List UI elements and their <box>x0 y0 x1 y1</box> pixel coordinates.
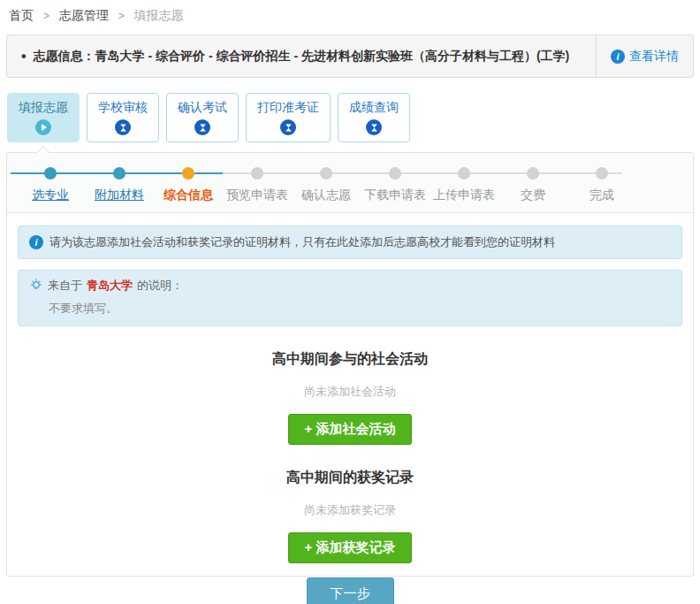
step-dot-current <box>182 167 194 180</box>
step-dot-todo <box>527 167 539 180</box>
hourglass-circle-icon <box>366 119 382 135</box>
application-info-text: • 志愿信息： 青岛大学 - 综合评价 - 综合评价招生 - 先进材料创新实验班… <box>7 35 596 77</box>
tab-label: 打印准考证 <box>257 100 319 114</box>
breadcrumb-current-page: 填报志愿 <box>134 8 184 22</box>
section-title: 高中期间的获奖记录 <box>7 469 693 487</box>
step-dot-todo <box>596 167 608 180</box>
stage-tabs: 填报志愿 学校审核 确认考试 打印准考证 成绩查询 <box>7 93 700 142</box>
step-upload-form: 上传申请表 <box>430 167 498 203</box>
step-dot-done <box>113 167 126 180</box>
application-info-value: 青岛大学 - 综合评价 - 综合评价招生 - 先进材料创新实验班（高分子材料与工… <box>95 49 570 65</box>
empty-state-text: 尚未添加社会活动 <box>7 384 693 400</box>
hourglass-circle-icon <box>194 119 210 135</box>
note-school-name: 青岛大学 <box>87 278 133 294</box>
empty-state-text: 尚未添加获奖记录 <box>7 502 693 518</box>
tab-label: 学校审核 <box>98 100 148 114</box>
progress-stepper: 选专业 附加材料 综合信息 预览申请表 确认志愿 下载申请表 <box>7 153 693 213</box>
tab-confirm-exam[interactable]: 确认考试 <box>166 93 239 142</box>
view-details-label: 查看详情 <box>629 49 679 65</box>
section-title: 高中期间参与的社会活动 <box>7 350 693 369</box>
step-dot-todo <box>251 167 263 180</box>
tab-score-query[interactable]: 成绩查询 <box>338 93 410 142</box>
next-step-button[interactable]: 下一步 <box>307 577 394 604</box>
step-comprehensive-info: 综合信息 <box>154 167 223 203</box>
step-confirm-application: 确认志愿 <box>292 167 361 203</box>
breadcrumb-volunteer-management[interactable]: 志愿管理 <box>59 8 109 22</box>
step-preview-form: 预览申请表 <box>223 167 292 203</box>
hourglass-circle-icon <box>115 119 131 135</box>
step-finish: 完成 <box>567 167 636 203</box>
bullet-icon: • <box>21 49 27 65</box>
hourglass-circle-icon <box>280 119 296 135</box>
step-additional-materials[interactable]: 附加材料 <box>85 167 154 203</box>
step-dot-todo <box>320 167 332 180</box>
info-circle-icon: i <box>29 235 43 249</box>
step-payment: 交费 <box>498 167 567 203</box>
notice-banner: i 请为该志愿添加社会活动和获奖记录的证明材料，只有在此处添加后志愿高校才能看到… <box>18 226 682 259</box>
notice-text: 请为该志愿添加社会活动和获奖记录的证明材料，只有在此处添加后志愿高校才能看到您的… <box>49 234 555 250</box>
tab-print-admission-ticket[interactable]: 打印准考证 <box>246 93 331 142</box>
tab-school-review[interactable]: 学校审核 <box>87 93 159 142</box>
step-select-major[interactable]: 选专业 <box>16 167 85 203</box>
tab-label: 填报志愿 <box>19 100 68 114</box>
breadcrumb-separator: > <box>118 10 125 22</box>
school-note-box: 来自于 青岛大学 的说明： 不要求填写。 <box>18 270 682 326</box>
tab-fill-application[interactable]: 填报志愿 <box>7 93 80 142</box>
add-award-record-button[interactable]: + 添加获奖记录 <box>288 532 413 563</box>
step-dot-todo <box>458 167 470 180</box>
step-download-form: 下载申请表 <box>361 167 430 203</box>
awards-section: 高中期间的获奖记录 尚未添加获奖记录 + 添加获奖记录 <box>7 469 693 563</box>
note-suffix: 的说明： <box>137 278 183 294</box>
step-dot-todo <box>389 167 401 180</box>
breadcrumb-separator: > <box>43 10 49 22</box>
tab-label: 成绩查询 <box>349 100 399 114</box>
main-panel: 选专业 附加材料 综合信息 预览申请表 确认志愿 下载申请表 <box>6 152 694 577</box>
breadcrumb-home[interactable]: 首页 <box>9 8 34 22</box>
info-circle-icon: i <box>611 50 625 64</box>
application-info-label: 志愿信息： <box>34 49 95 65</box>
tab-label: 确认考试 <box>178 100 227 114</box>
breadcrumb: 首页 > 志愿管理 > 填报志愿 <box>0 0 700 24</box>
step-dot-done <box>44 167 57 180</box>
social-activities-section: 高中期间参与的社会活动 尚未添加社会活动 + 添加社会活动 <box>7 350 693 445</box>
note-body: 不要求填写。 <box>49 301 671 317</box>
view-details-button[interactable]: i 查看详情 <box>596 35 693 77</box>
application-info-bar: • 志愿信息： 青岛大学 - 综合评价 - 综合评价招生 - 先进材料创新实验班… <box>6 34 694 78</box>
add-social-activity-button[interactable]: + 添加社会活动 <box>288 414 413 445</box>
note-prefix: 来自于 <box>48 278 82 294</box>
play-circle-icon <box>35 119 51 135</box>
lightbulb-icon <box>29 279 43 293</box>
